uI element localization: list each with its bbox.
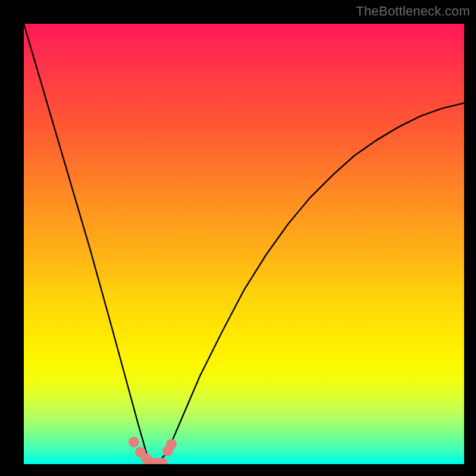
svg-point-1 (135, 447, 146, 458)
svg-point-4 (166, 439, 177, 450)
chart-frame: TheBottleneck.com (0, 0, 476, 476)
svg-point-0 (129, 437, 139, 447)
watermark-text: TheBottleneck.com (356, 4, 470, 19)
data-markers (129, 437, 177, 464)
plot-area (24, 24, 464, 464)
svg-point-2 (141, 453, 152, 464)
svg-point-3 (162, 446, 173, 456)
bottleneck-curve (24, 24, 464, 464)
